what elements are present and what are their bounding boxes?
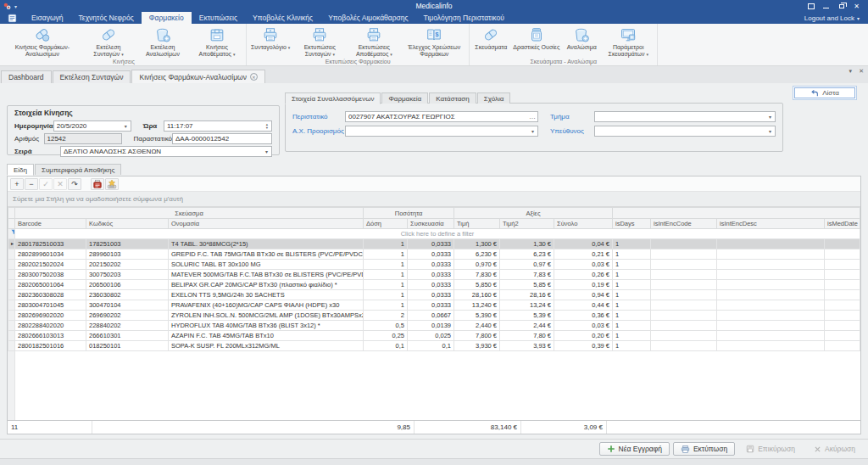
grid-cell-9-7[interactable]: 0,20 €: [554, 331, 613, 341]
close-button[interactable]: ✕: [850, 1, 863, 11]
grid-cell-2-2[interactable]: SOLURIC TABL BT 30x100 MG: [169, 260, 364, 270]
grid-cell-3-11[interactable]: [825, 270, 860, 280]
grid-cell-4-10[interactable]: [717, 280, 825, 290]
menu-item-1[interactable]: Τεχνητός Νεφρός: [71, 12, 142, 24]
grid-cell-2-8[interactable]: 1: [613, 260, 651, 270]
grid-cell-1-3[interactable]: 1: [364, 249, 408, 260]
grid-row-8[interactable]: 2802288402020228840202HYDROFLUX TAB 40MG…: [8, 321, 860, 331]
grid-cell-0-11[interactable]: [825, 239, 860, 249]
grid-cell-5-5[interactable]: 28,160 €: [454, 290, 500, 300]
column-header-6[interactable]: Τιμή2: [500, 219, 554, 229]
grid-cell-0-9[interactable]: [651, 239, 717, 249]
grid-cell-8-0[interactable]: 2802288402020: [15, 321, 86, 331]
grid-cell-3-10[interactable]: [717, 270, 825, 280]
grid-cell-6-9[interactable]: [651, 300, 717, 311]
doc-tab-0[interactable]: Dashboard: [1, 70, 52, 83]
grid-cell-7-5[interactable]: 5,390 €: [454, 311, 500, 321]
grid-row-7[interactable]: 2802696902020269690202ZYROLEN INH.SOL.N.…: [8, 311, 860, 321]
responsible-field[interactable]: [594, 126, 776, 137]
grid-cell-3-0[interactable]: 2803007502038: [15, 270, 86, 280]
time-input[interactable]: [164, 122, 263, 130]
grid-cell-10-1[interactable]: 018250101: [86, 341, 169, 351]
grid-cell-1-5[interactable]: 6,230 €: [454, 249, 500, 260]
grid-cell-3-6[interactable]: 7,83 €: [500, 270, 554, 280]
grid-cell-10-9[interactable]: [651, 341, 717, 351]
grid-cell-5-11[interactable]: [825, 290, 860, 300]
incident-field[interactable]: [345, 111, 538, 122]
prescription-book-button[interactable]: Συνταγολόγιο ▾: [248, 25, 292, 58]
grid-cell-3-3[interactable]: 1: [364, 270, 408, 280]
grid-cell-3-4[interactable]: 0,0333: [408, 270, 454, 280]
print-stock-button[interactable]: Εκτυπώσεις Αποθέματος ▾: [347, 25, 401, 58]
grid-cell-2-7[interactable]: 0,03 €: [554, 260, 613, 270]
items-tab-1[interactable]: Συμπεριφορά Αποθήκης: [35, 164, 121, 175]
grid-cell-2-11[interactable]: [825, 260, 860, 270]
grid-cell-10-6[interactable]: 3,93 €: [500, 341, 554, 351]
grid-cell-1-7[interactable]: 0,21 €: [554, 249, 613, 260]
grid-cell-10-11[interactable]: [825, 341, 860, 351]
grid-cell-0-3[interactable]: 1: [364, 239, 408, 249]
grid-cell-9-5[interactable]: 7,800 €: [454, 331, 500, 341]
tab-close-icon[interactable]: ✕: [250, 73, 258, 81]
grid-cell-5-8[interactable]: 1: [613, 290, 651, 300]
grid-cell-8-3[interactable]: 0,5: [364, 321, 408, 331]
grid-row-4[interactable]: 2802065001064206500106BELIPAX GR.CAP 20M…: [8, 280, 860, 290]
grid-cell-10-3[interactable]: 0,1: [364, 341, 408, 351]
department-input[interactable]: [595, 113, 765, 120]
grid-cell-4-5[interactable]: 5,850 €: [454, 280, 500, 290]
add-row-button[interactable]: +: [10, 178, 24, 190]
grid-cell-9-9[interactable]: [651, 331, 717, 341]
grid-cell-1-0[interactable]: 2802899601034: [15, 249, 86, 260]
grid-cell-4-7[interactable]: 0,19 €: [554, 280, 613, 290]
document-input[interactable]: [173, 135, 271, 143]
grid-cell-0-10[interactable]: [717, 239, 825, 249]
grid-cell-2-9[interactable]: [651, 260, 717, 270]
grid-cell-9-4[interactable]: 0,025: [408, 331, 454, 341]
grid-cell-8-10[interactable]: [717, 321, 825, 331]
grid-cell-5-1[interactable]: 236030802: [86, 290, 169, 300]
close-view-icon[interactable]: ✕: [859, 68, 864, 75]
grid-cell-3-5[interactable]: 7,830 €: [454, 270, 500, 280]
grid-row-5[interactable]: 2802360308028236030802EXELON TTS 9,5MG/2…: [8, 290, 860, 300]
grid-cell-3-8[interactable]: 1: [613, 270, 651, 280]
list-button[interactable]: Λίστα: [794, 87, 855, 98]
grid-cell-9-11[interactable]: [825, 331, 860, 341]
grid-cell-2-3[interactable]: 1: [364, 260, 408, 270]
grid-row-9[interactable]: 2802666103013266610301AZAPIN F.C. TAB 45…: [8, 331, 860, 341]
logout-button[interactable]: Logout and Lock ▾: [804, 12, 868, 24]
time-field[interactable]: [164, 120, 272, 132]
document-field[interactable]: [172, 133, 272, 144]
execute-consumables-button[interactable]: Εκτέλεση Αναλωσίμων: [136, 25, 190, 58]
restore-button[interactable]: [835, 1, 848, 11]
group-by-box[interactable]: Σύρετε μια Στήλη για να ομαδοποιήσετε σύ…: [8, 192, 860, 207]
grid-cell-5-7[interactable]: 0,94 €: [554, 290, 613, 300]
party-tab-0[interactable]: Στοιχεία Συναλλασσόμενων: [285, 92, 381, 104]
grid-cell-9-0[interactable]: 2802666103013: [15, 331, 86, 341]
grid-cell-3-9[interactable]: [651, 270, 717, 280]
grid-cell-4-6[interactable]: 5,85 €: [500, 280, 554, 290]
grid-cell-5-0[interactable]: 2802360308028: [15, 290, 86, 300]
grid-cell-1-10[interactable]: [717, 249, 825, 260]
column-header-10[interactable]: isIntEncDesc: [717, 219, 825, 229]
grid-cell-4-0[interactable]: 2802065001064: [15, 280, 86, 290]
column-header-11[interactable]: isMedDate: [825, 219, 860, 229]
series-input[interactable]: [61, 148, 262, 155]
destination-field[interactable]: [345, 126, 538, 137]
grid-cell-5-4[interactable]: 0,0333: [408, 290, 454, 300]
grid-cell-10-5[interactable]: 3,930 €: [454, 341, 500, 351]
consumables-button[interactable]: Αναλώσιμα: [562, 25, 601, 58]
application-button[interactable]: [0, 12, 24, 24]
department-field[interactable]: [594, 111, 776, 122]
grid-cell-7-1[interactable]: 269690202: [86, 311, 169, 321]
grid-row-3[interactable]: 2803007502038300750203MATEVER 500MG/TAB …: [8, 270, 860, 280]
grid-cell-9-6[interactable]: 7,80 €: [500, 331, 554, 341]
grid-row-2[interactable]: 2802021502024202150202SOLURIC TABL BT 30…: [8, 260, 860, 270]
grid-cell-0-2[interactable]: T4 TABL. 30*88MCG(2*15): [169, 239, 364, 249]
grid-cell-8-11[interactable]: [825, 321, 860, 331]
grid-cell-6-5[interactable]: 13,240 €: [454, 300, 500, 311]
grid-cell-6-7[interactable]: 0,44 €: [554, 300, 613, 311]
grid-cell-0-4[interactable]: 0,0333: [408, 239, 454, 249]
grid-cell-4-8[interactable]: 1: [613, 280, 651, 290]
grid-cell-10-2[interactable]: SOPA-K SUSP. FL 200MLx312MG/ML: [169, 341, 364, 351]
refresh-button[interactable]: ↷: [68, 178, 81, 190]
